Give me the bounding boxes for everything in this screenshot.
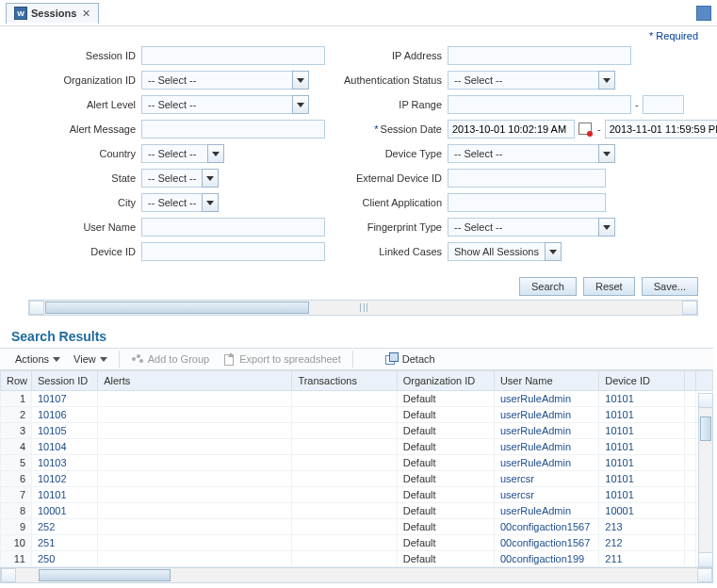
table-row[interactable]: 9252Default00configaction1567213: [1, 519, 713, 535]
cell-session-id[interactable]: 10107: [32, 391, 98, 407]
city-label: City: [28, 197, 141, 208]
cell-user[interactable]: userRuleAdmin: [494, 455, 598, 471]
external-device-id-input[interactable]: [448, 169, 606, 188]
cell-user[interactable]: userRuleAdmin: [494, 407, 598, 423]
table-row[interactable]: 410104DefaultuserRuleAdmin10101: [1, 439, 713, 455]
cell-user[interactable]: usercsr: [494, 471, 598, 487]
cell-session-id[interactable]: 10103: [32, 455, 98, 471]
cell-device[interactable]: 10101: [599, 487, 685, 503]
cell-device[interactable]: 10101: [599, 423, 685, 439]
cell-user[interactable]: userRuleAdmin: [494, 423, 598, 439]
state-select[interactable]: -- Select --: [141, 169, 219, 188]
view-menu[interactable]: View: [68, 351, 113, 367]
table-row[interactable]: 710101Defaultusercsr10101: [1, 487, 713, 503]
table-row[interactable]: 810001DefaultuserRuleAdmin10001: [1, 503, 713, 519]
cell-user[interactable]: 00configaction1567: [494, 519, 598, 535]
auth-status-select[interactable]: -- Select --: [448, 71, 615, 90]
tab-sessions[interactable]: W Sessions ✕: [6, 3, 99, 24]
cell-org: Default: [397, 407, 494, 423]
cell-session-id[interactable]: 10106: [32, 407, 98, 423]
fingerprint-type-select[interactable]: -- Select --: [448, 218, 615, 237]
cell-alerts: [98, 455, 292, 471]
cell-device[interactable]: 10101: [599, 407, 685, 423]
cell-session-id[interactable]: 10102: [32, 471, 98, 487]
col-organization-id[interactable]: Organization ID: [397, 371, 494, 391]
table-row[interactable]: 210106DefaultuserRuleAdmin10101: [1, 407, 713, 423]
cell-user[interactable]: 00configaction1567: [494, 535, 598, 551]
form-hscrollbar[interactable]: [28, 300, 698, 316]
col-session-id[interactable]: Session ID: [32, 371, 98, 391]
cell-session-id[interactable]: 251: [32, 535, 98, 551]
device-id-input[interactable]: [141, 242, 325, 261]
ip-address-input[interactable]: [448, 46, 631, 65]
cell-device[interactable]: 213: [599, 519, 685, 535]
user-name-label: User Name: [28, 221, 141, 233]
cell-user[interactable]: userRuleAdmin: [494, 439, 598, 455]
chevron-down-icon[interactable]: [598, 218, 615, 237]
cell-device[interactable]: 10101: [599, 439, 685, 455]
chevron-down-icon[interactable]: [202, 193, 219, 212]
country-select[interactable]: -- Select --: [141, 144, 224, 163]
cell-device[interactable]: 211: [599, 551, 685, 567]
alert-message-input[interactable]: [141, 120, 325, 139]
chevron-down-icon[interactable]: [202, 169, 219, 188]
table-row[interactable]: 510103DefaultuserRuleAdmin10101: [1, 455, 713, 471]
chevron-down-icon[interactable]: [207, 144, 224, 163]
cell-device[interactable]: 10101: [599, 471, 685, 487]
col-device-id[interactable]: Device ID: [599, 371, 685, 391]
table-row[interactable]: 11250Default00configaction199211: [1, 551, 713, 567]
cell-extra: [685, 471, 696, 487]
device-type-select[interactable]: -- Select --: [448, 144, 615, 163]
detach-button[interactable]: Detach: [380, 351, 441, 368]
calendar-icon[interactable]: [577, 121, 594, 138]
linked-cases-select[interactable]: Show All Sessions: [448, 242, 562, 261]
chevron-down-icon[interactable]: [545, 242, 562, 261]
results-hscrollbar[interactable]: [0, 567, 713, 583]
city-select[interactable]: -- Select --: [141, 193, 219, 212]
cell-device[interactable]: 10001: [599, 503, 685, 519]
cell-device[interactable]: 212: [599, 535, 685, 551]
reset-button[interactable]: Reset: [583, 277, 635, 296]
session-date-from-input[interactable]: [448, 120, 575, 139]
cell-session-id[interactable]: 10105: [32, 423, 98, 439]
cell-user[interactable]: usercsr: [494, 487, 598, 503]
cell-session-id[interactable]: 10001: [32, 503, 98, 519]
ip-range-to-input[interactable]: [643, 95, 684, 114]
results-table: Row Session ID Alerts Transactions Organ…: [0, 370, 713, 567]
table-row[interactable]: 610102Defaultusercsr10101: [1, 471, 713, 487]
chevron-down-icon[interactable]: [598, 71, 615, 90]
vscrollbar[interactable]: [698, 393, 713, 567]
cell-device[interactable]: 10101: [599, 391, 685, 407]
chevron-down-icon[interactable]: [598, 144, 615, 163]
client-app-input[interactable]: [448, 193, 606, 212]
chevron-down-icon[interactable]: [292, 95, 309, 114]
user-name-input[interactable]: [141, 218, 325, 237]
session-id-input[interactable]: [141, 46, 325, 65]
cell-session-id[interactable]: 252: [32, 519, 98, 535]
col-row[interactable]: Row: [1, 371, 32, 391]
table-row[interactable]: 110107DefaultuserRuleAdmin10101: [1, 391, 713, 407]
cell-transactions: [292, 423, 397, 439]
col-transactions[interactable]: Transactions: [292, 371, 397, 391]
chevron-down-icon[interactable]: [292, 71, 309, 90]
cell-session-id[interactable]: 10101: [32, 487, 98, 503]
search-button[interactable]: Search: [519, 277, 577, 296]
cell-session-id[interactable]: 10104: [32, 439, 98, 455]
close-icon[interactable]: ✕: [82, 8, 90, 20]
cell-session-id[interactable]: 250: [32, 551, 98, 567]
cell-user[interactable]: 00configaction199: [494, 551, 598, 567]
col-alerts[interactable]: Alerts: [98, 371, 292, 391]
cell-user[interactable]: userRuleAdmin: [494, 503, 598, 519]
table-row[interactable]: 10251Default00configaction1567212: [1, 535, 713, 551]
col-user-name[interactable]: User Name: [494, 371, 598, 391]
save-button[interactable]: Save...: [642, 277, 698, 296]
cell-user[interactable]: userRuleAdmin: [494, 391, 598, 407]
ip-range-from-input[interactable]: [448, 95, 631, 114]
cell-device[interactable]: 10101: [599, 455, 685, 471]
panel-menu-icon[interactable]: [696, 6, 711, 21]
table-row[interactable]: 310105DefaultuserRuleAdmin10101: [1, 423, 713, 439]
organization-id-select[interactable]: -- Select --: [141, 71, 309, 90]
session-date-to-input[interactable]: [605, 120, 717, 139]
alert-level-select[interactable]: -- Select --: [141, 95, 309, 114]
actions-menu[interactable]: Actions: [9, 351, 66, 367]
